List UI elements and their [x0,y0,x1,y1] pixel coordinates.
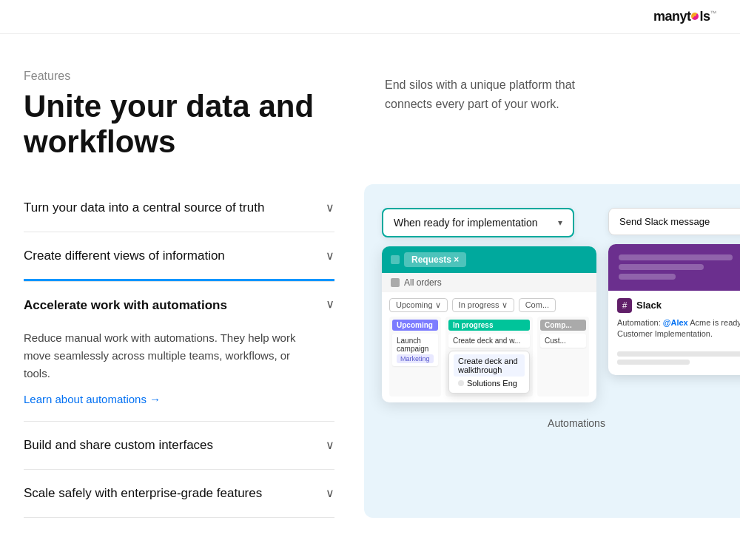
kanban-col-comp: Comp... Cust... [537,317,589,397]
brand-logo: manytls™ [653,9,716,24]
kanban-card-title-3: Cust... [545,337,582,345]
accordion-item-automations: Accelerate work with automations ∧ Reduc… [24,282,334,422]
filter-row: Upcoming ∨ In progress ∨ Com... [389,298,589,312]
kanban-card-title-1: Launch campaign [397,337,434,353]
accordion-label-views: Create different views of information [24,249,225,263]
action-dropdown[interactable]: Send Slack message ▾ [608,208,740,235]
app-tab[interactable]: Requests × [404,252,466,267]
accordion-header-enterprise[interactable]: Scale safely with enterprise-grade featu… [24,470,334,517]
app-window: Requests × All orders Upcoming ∨ In prog… [382,246,596,402]
slack-bar-3 [619,274,676,280]
slack-mention: @Alex [663,318,688,327]
popup-item-1[interactable]: Create deck and walkthrough [454,354,525,377]
accordion-body-text-automations: Reduce manual work with automations. The… [24,329,305,382]
app-subheader: All orders [382,273,596,292]
chevron-icon-automations: ∧ [326,298,334,312]
logo-text-prefix: manyt [653,9,691,24]
trigger-dropdown-label: When ready for implementation [394,217,538,229]
chevron-icon-views: ∨ [326,249,334,263]
filter-chip-comp[interactable]: Com... [519,298,556,312]
trigger-dropdown[interactable]: When ready for implementation ▾ [382,208,574,237]
kanban-col-upcoming: Upcoming Launch campaign Marketing [389,317,441,397]
slack-footer-bar-2 [617,360,690,365]
accordion-label-enterprise: Scale safely with enterprise-grade featu… [24,486,262,501]
accordion-item-interfaces: Build and share custom interfaces ∨ [24,422,334,470]
main-layout: Turn your data into a central source of … [24,184,716,547]
slack-card-header [608,244,740,291]
hero-title: Unite your data and workflows [24,89,355,161]
chevron-icon-data-truth: ∨ [326,200,334,215]
accordion-item-enterprise: Scale safely with enterprise-grade featu… [24,470,334,518]
slack-icon: # [617,298,632,313]
app-subtitle: All orders [404,277,442,288]
logo-text-suffix: ls [699,9,710,24]
slack-name: Slack [636,300,662,311]
popup-item-sub-2: Solutions Eng [467,379,517,388]
kanban-col-inprogress: In progress Create deck and w... Create … [445,317,533,397]
app-header-icon [391,255,400,264]
accordion-label-data-truth: Turn your data into a central source of … [24,200,264,215]
logo-trademark: ™ [710,10,717,17]
hero-right: End silos with a unique platform that co… [385,70,716,113]
kanban-card-2: Create deck and w... [448,334,530,348]
filter-chip-upcoming[interactable]: Upcoming ∨ [389,298,448,312]
illus-row1: When ready for implementation ▾ Requests… [382,208,740,402]
accordion-body-automations: Reduce manual work with automations. The… [24,329,334,421]
popup-card: Create deck and walkthrough Solutions En… [448,351,530,394]
illustration-caption: Automations [548,417,605,429]
kanban-card-1: Launch campaign Marketing [392,334,438,366]
slack-card: # Slack Automation: @Alex Acme is ready … [608,244,740,376]
slack-footer-bar-1 [617,351,740,357]
accordion-section: Turn your data into a central source of … [24,184,334,518]
logo-dot-icon [691,13,699,20]
accordion-label-interfaces: Build and share custom interfaces [24,438,213,453]
accordion-header-interfaces[interactable]: Build and share custom interfaces ∨ [24,422,334,469]
accordion-item-data-truth: Turn your data into a central source of … [24,184,334,232]
kanban-card-3: Cust... [540,334,586,348]
slack-card-footer [608,347,740,375]
trigger-dropdown-chevron: ▾ [558,217,562,228]
hero-left: Features Unite your data and workflows [24,70,355,161]
popup-item-2[interactable]: Solutions Eng [454,377,525,390]
accordion-header-data-truth[interactable]: Turn your data into a central source of … [24,184,334,232]
filter-chip-inprogress[interactable]: In progress ∨ [452,298,514,312]
accordion-label-automations: Accelerate work with automations [24,298,227,313]
accordion-header-views[interactable]: Create different views of information ∨ [24,232,334,280]
chevron-icon-enterprise: ∨ [326,486,334,500]
learn-automations-link[interactable]: Learn about automations → [24,393,161,405]
hero-description: End silos with a unique platform that co… [385,75,622,113]
kanban-header-upcoming: Upcoming [392,320,438,331]
kanban-board: Upcoming Launch campaign Marketing In pr… [389,317,589,397]
active-indicator [24,279,334,281]
kanban-header-inprogress: In progress [448,320,530,331]
app-window-header: Requests × [382,246,596,273]
chevron-icon-interfaces: ∨ [326,438,334,452]
topbar: manytls™ [0,0,740,34]
illustration-panel: When ready for implementation ▾ Requests… [364,184,740,518]
illustration-container: When ready for implementation ▾ Requests… [382,208,740,408]
app-grid-icon [391,278,400,287]
slack-message: Automation: @Alex Acme is ready for Cust… [617,317,740,340]
features-label: Features [24,70,355,83]
slack-bar-2 [619,264,704,270]
slack-brand: # Slack [617,298,740,313]
kanban-card-title-2: Create deck and w... [453,337,525,345]
slack-bar-1 [619,254,733,260]
dotted-connector-area [596,208,608,224]
page-content: Features Unite your data and workflows E… [0,34,740,547]
slack-card-body: # Slack Automation: @Alex Acme is ready … [608,291,740,348]
right-block: Send Slack message ▾ [608,208,740,376]
action-dropdown-label: Send Slack message [619,216,710,227]
popup-item-dot [458,380,464,386]
accordion-item-views: Create different views of information ∨ [24,232,334,282]
app-body: Upcoming ∨ In progress ∨ Com... Upcoming… [382,292,596,402]
kanban-header-comp: Comp... [540,320,586,331]
slack-msg-prefix: Automation: [617,318,663,327]
accordion-header-automations[interactable]: Accelerate work with automations ∧ [24,282,334,329]
accordion: Turn your data into a central source of … [24,184,334,518]
hero-section: Features Unite your data and workflows E… [24,34,716,184]
kanban-tag-marketing: Marketing [397,354,434,363]
app-window-group: When ready for implementation ▾ Requests… [382,208,596,402]
